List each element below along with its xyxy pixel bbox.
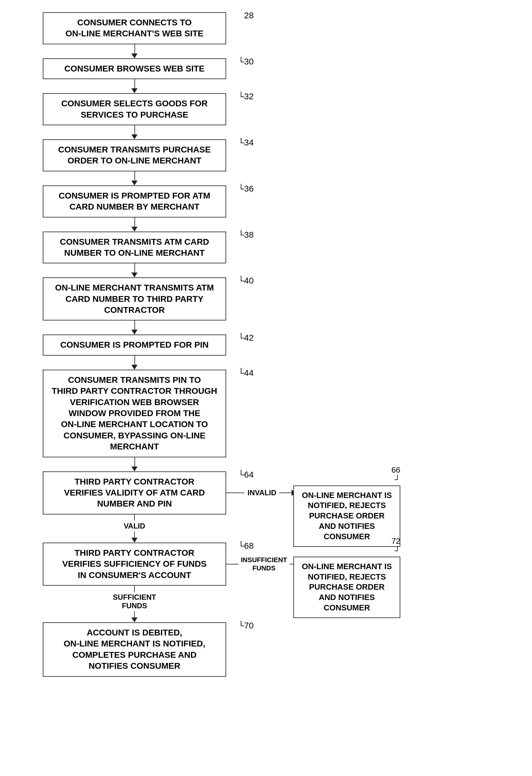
insufficient-label: INSUFFICIENTFUNDS: [241, 556, 287, 572]
node-28: CONSUMER CONNECTS TO ON-LINE MERCHANT'S …: [43, 12, 226, 44]
ref-28: 28: [244, 11, 253, 20]
node-38: CONSUMER TRANSMITS ATM CARD NUMBER TO ON…: [43, 232, 226, 264]
ref-38: └38: [238, 230, 253, 240]
ref-36: └36: [238, 184, 253, 194]
node-42: CONSUMER IS PROMPTED FOR PIN: [43, 335, 226, 355]
node-70: ACCOUNT IS DEBITED, ON-LINE MERCHANT IS …: [43, 622, 226, 677]
ref-42: └42: [238, 333, 253, 343]
node-64: THIRD PARTY CONTRACTOR VERIFIES VALIDITY…: [43, 471, 226, 515]
sufficient-label: SUFFICIENTFUNDS: [113, 593, 156, 610]
node-40: ON-LINE MERCHANT TRANSMITS ATM CARD NUMB…: [43, 277, 226, 321]
ref-32: └32: [238, 91, 253, 102]
node-32: CONSUMER SELECTS GOODS FOR SERVICES TO P…: [43, 93, 226, 125]
node-34: CONSUMER TRANSMITS PURCHASE ORDER TO ON-…: [43, 139, 226, 171]
node-44: CONSUMER TRANSMITS PIN TO THIRD PARTY CO…: [43, 370, 226, 457]
node-72: ON-LINE MERCHANT IS NOTIFIED, REJECTS PU…: [293, 557, 400, 618]
ref-30: └30: [238, 57, 253, 66]
ref-68: └68: [238, 541, 253, 551]
valid-label: VALID: [124, 522, 145, 530]
node-30: CONSUMER BROWSES WEB SITE: [43, 58, 226, 79]
ref-70: └70: [238, 621, 253, 630]
ref-64: └64: [238, 470, 253, 479]
node-68: THIRD PARTY CONTRACTOR VERIFIES SUFFICIE…: [43, 543, 226, 586]
ref-66: 66┘: [293, 465, 400, 484]
ref-40: └40: [238, 276, 253, 285]
invalid-label: INVALID: [247, 489, 276, 497]
node-36: CONSUMER IS PROMPTED FOR ATM CARD NUMBER…: [43, 185, 226, 217]
ref-34: └34: [238, 138, 253, 148]
ref-72: 72┘: [293, 537, 400, 555]
ref-44: └44: [238, 368, 253, 378]
flowchart: CONSUMER CONNECTS TO ON-LINE MERCHANT'S …: [18, 12, 514, 677]
